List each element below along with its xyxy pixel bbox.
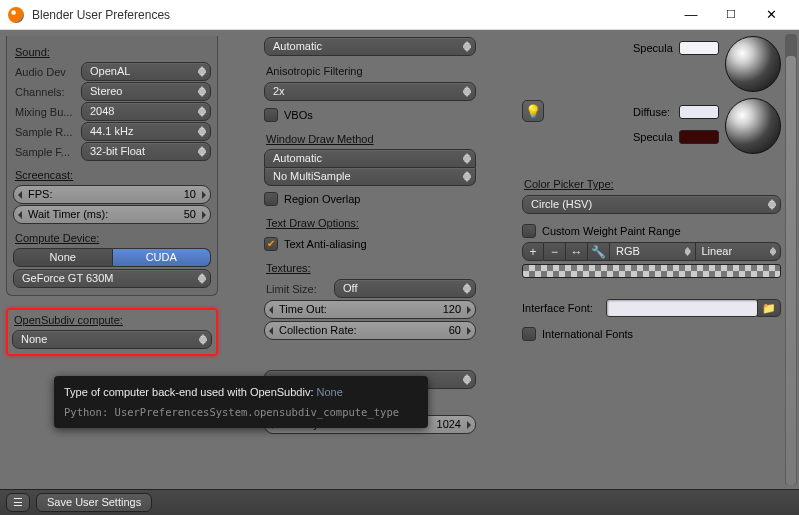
window-title: Blender User Preferences: [32, 8, 671, 22]
region-overlap-label: Region Overlap: [284, 193, 360, 205]
close-button[interactable]: ✕: [751, 0, 791, 30]
sample-rate-label: Sample R...: [13, 126, 81, 138]
tooltip-text: Type of computer back-end used with Open…: [64, 386, 317, 398]
fps-field[interactable]: FPS:10: [13, 185, 211, 204]
textures-heading: Textures:: [266, 262, 474, 274]
specular2-swatch[interactable]: [679, 130, 719, 144]
opensubdiv-highlight: OpenSubdiv compute: None: [6, 308, 218, 356]
gl-texture-select[interactable]: Automatic: [264, 37, 476, 56]
custom-weight-label: Custom Weight Paint Range: [542, 225, 681, 237]
fps-label: FPS:: [28, 186, 52, 203]
multisample-select[interactable]: No MultiSample: [264, 168, 476, 186]
wait-timer-value: 50: [184, 206, 196, 223]
blender-icon: [8, 7, 24, 23]
audio-dev-label: Audio Dev: [13, 66, 81, 78]
wdm-heading: Window Draw Method: [266, 133, 474, 145]
browse-font-button[interactable]: 📁: [757, 299, 781, 317]
gradient-flip-button[interactable]: ↔: [566, 242, 588, 261]
limit-size-label: Limit Size:: [264, 283, 334, 295]
aniso-select[interactable]: 2x: [264, 82, 476, 101]
footer: ☰ Save User Settings: [0, 489, 799, 515]
screencast-heading: Screencast:: [15, 169, 209, 181]
compute-none-button[interactable]: None: [13, 248, 113, 267]
wait-timer-label: Wait Timer (ms):: [28, 206, 108, 223]
memory-cache-value: 1024: [437, 416, 461, 433]
sound-heading: Sound:: [15, 46, 209, 58]
color-picker-heading: Color Picker Type:: [524, 178, 779, 190]
text-aa-label: Text Anti-aliasing: [284, 238, 367, 250]
maximize-button[interactable]: ☐: [711, 0, 751, 30]
opensubdiv-heading: OpenSubdiv compute:: [14, 314, 210, 326]
sample-rate-select[interactable]: 44.1 kHz: [81, 122, 211, 141]
gpu-device-select[interactable]: GeForce GT 630M: [13, 269, 211, 288]
gradient-preview[interactable]: [522, 264, 781, 278]
collection-rate-value: 60: [449, 322, 461, 339]
preview-sphere-1: [725, 36, 781, 92]
channels-select[interactable]: Stereo: [81, 82, 211, 101]
compute-device-heading: Compute Device:: [15, 232, 209, 244]
diffuse-label: Diffuse:: [633, 106, 679, 118]
timeout-value: 120: [443, 301, 461, 318]
gradient-remove-button[interactable]: −: [544, 242, 566, 261]
tooltip-python: Python: UserPreferencesSystem.opensubdiv…: [64, 405, 418, 421]
minimize-button[interactable]: —: [671, 0, 711, 30]
titlebar: Blender User Preferences — ☐ ✕: [0, 0, 799, 30]
compute-backend-toggle[interactable]: None CUDA: [13, 248, 211, 267]
window-draw-method-select[interactable]: Automatic: [264, 149, 476, 168]
aniso-heading: Anisotropic Filtering: [266, 65, 474, 77]
interface-font-field[interactable]: [606, 299, 758, 317]
save-user-settings-button[interactable]: Save User Settings: [36, 493, 152, 512]
sample-format-select[interactable]: 32-bit Float: [81, 142, 211, 161]
specular1-swatch[interactable]: [679, 41, 719, 55]
region-overlap-checkbox[interactable]: [264, 192, 278, 206]
text-aa-checkbox[interactable]: [264, 237, 278, 251]
mixing-label: Mixing Bu...: [13, 106, 81, 118]
collection-rate-label: Collection Rate:: [279, 322, 357, 339]
footer-menu-button[interactable]: ☰: [6, 493, 30, 512]
channels-label: Channels:: [13, 86, 81, 98]
preview-sphere-2: [725, 98, 781, 154]
specular1-label: Specula: [633, 42, 679, 54]
scroll-thumb[interactable]: [786, 56, 796, 485]
timeout-field[interactable]: Time Out:120: [264, 300, 476, 319]
tooltip-value: None: [317, 386, 343, 398]
international-fonts-label: International Fonts: [542, 328, 633, 340]
gradient-add-button[interactable]: +: [522, 242, 544, 261]
specular2-label: Specula: [633, 131, 679, 143]
gradient-space-select[interactable]: RGB: [610, 242, 696, 261]
international-fonts-checkbox[interactable]: [522, 327, 536, 341]
timeout-label: Time Out:: [279, 301, 327, 318]
vbos-label: VBOs: [284, 109, 313, 121]
wait-timer-field[interactable]: Wait Timer (ms):50: [13, 205, 211, 224]
fps-value: 10: [184, 186, 196, 203]
custom-weight-checkbox[interactable]: [522, 224, 536, 238]
audio-device-select[interactable]: OpenAL: [81, 62, 211, 81]
diffuse-swatch[interactable]: [679, 105, 719, 119]
interface-font-label: Interface Font:: [522, 302, 606, 314]
color-picker-select[interactable]: Circle (HSV): [522, 195, 781, 214]
gradient-tools-button[interactable]: 🔧: [588, 242, 610, 261]
scrollbar[interactable]: [785, 34, 797, 485]
limit-size-select[interactable]: Off: [334, 279, 476, 298]
opensubdiv-compute-select[interactable]: None: [12, 330, 212, 349]
vbos-checkbox[interactable]: [264, 108, 278, 122]
sample-format-label: Sample F...: [13, 146, 81, 158]
gradient-interp-select[interactable]: Linear: [696, 242, 782, 261]
collection-rate-field[interactable]: Collection Rate:60: [264, 321, 476, 340]
light-toggle-button[interactable]: 💡: [522, 100, 544, 122]
compute-cuda-button[interactable]: CUDA: [113, 248, 212, 267]
text-draw-heading: Text Draw Options:: [266, 217, 474, 229]
mixing-buffer-select[interactable]: 2048: [81, 102, 211, 121]
tooltip: Type of computer back-end used with Open…: [54, 376, 428, 428]
